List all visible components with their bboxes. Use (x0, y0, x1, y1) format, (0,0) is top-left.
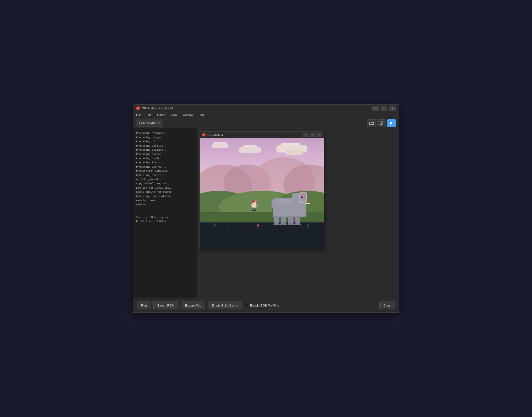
export-web-button[interactable]: Export Web (181, 302, 205, 309)
close-button[interactable]: × (389, 106, 396, 111)
toolbar-left: Build & Run ▼ (136, 120, 163, 126)
export-button[interactable] (377, 119, 386, 127)
svg-rect-34 (206, 213, 207, 213)
game-canvas (200, 138, 324, 249)
game-minimize-button[interactable]: — (303, 133, 308, 137)
log-line-buildtime: Build Time: 13318ms (136, 219, 194, 224)
svg-rect-9 (212, 144, 228, 148)
menu-window[interactable]: Window (182, 113, 194, 117)
svg-rect-53 (225, 212, 225, 213)
log-line-8: Preparing scenes... (136, 165, 194, 169)
svg-rect-122 (295, 223, 301, 225)
open-folder-button[interactable] (367, 119, 376, 127)
log-line-17: Linking... (136, 203, 194, 207)
svg-rect-141 (260, 222, 260, 223)
svg-rect-87 (307, 226, 308, 226)
svg-rect-88 (308, 224, 308, 225)
svg-rect-28 (201, 213, 201, 213)
svg-rect-57 (228, 212, 229, 213)
svg-rect-116 (281, 216, 286, 224)
menu-view[interactable]: View (170, 113, 178, 117)
svg-rect-137 (214, 222, 214, 223)
svg-rect-136 (213, 222, 213, 223)
menu-help[interactable]: Help (198, 113, 205, 117)
svg-rect-66 (215, 224, 216, 226)
enable-profiling-checkbox[interactable] (245, 304, 248, 307)
svg-rect-65 (215, 224, 215, 224)
build-run-dropdown[interactable]: Build & Run ▼ (136, 120, 163, 126)
game-window: GB Studio 3 — □ × (200, 131, 324, 249)
svg-rect-79 (258, 225, 259, 226)
game-scene-svg (200, 138, 324, 249)
svg-rect-14 (219, 172, 219, 172)
svg-rect-58 (229, 213, 230, 213)
svg-rect-63 (214, 225, 214, 225)
log-line-2: Preparing ui... (136, 140, 194, 144)
svg-rect-138 (224, 222, 224, 223)
log-line-11: Unlink _gbsbuild (136, 178, 194, 182)
window-title: GB Studio - GB Studio 3 (142, 107, 372, 110)
svg-rect-73 (257, 226, 258, 228)
svg-rect-112 (303, 215, 307, 217)
svg-rect-32 (204, 213, 205, 213)
svg-rect-129 (202, 222, 203, 223)
export-rom-button[interactable]: Export ROM (153, 302, 179, 309)
maximize-button[interactable]: □ (381, 106, 387, 111)
window-controls: — □ × (372, 106, 396, 111)
svg-marker-1 (390, 122, 393, 125)
svg-rect-21 (229, 175, 230, 175)
log-line-19 (136, 211, 194, 215)
svg-rect-125 (305, 203, 310, 204)
empty-cache-button[interactable]: Empty Build Cache (208, 302, 242, 309)
svg-rect-94 (253, 201, 254, 202)
dropdown-arrow-icon: ▼ (158, 122, 160, 124)
svg-rect-60 (200, 222, 324, 223)
play-icon (390, 122, 393, 125)
svg-rect-143 (283, 222, 284, 223)
log-line-1: Preparing images... (136, 136, 194, 140)
clear-button[interactable]: Clear (379, 302, 395, 309)
svg-rect-139 (236, 222, 236, 223)
log-line-14: Local engine not found (136, 190, 194, 194)
log-line-success: Success! Starting emul (136, 215, 194, 220)
svg-rect-56 (227, 213, 228, 213)
svg-rect-31 (203, 212, 204, 213)
game-close-button[interactable]: × (317, 133, 322, 137)
svg-rect-59 (200, 222, 324, 249)
svg-rect-83 (286, 223, 287, 224)
svg-rect-114 (302, 196, 303, 197)
game-maximize-button[interactable]: □ (310, 133, 315, 137)
svg-rect-45 (217, 212, 217, 213)
svg-rect-36 (208, 213, 209, 213)
svg-rect-35 (207, 212, 208, 213)
log-line-9: Preparation complete (136, 169, 194, 173)
svg-rect-55 (226, 212, 227, 213)
app-icon (136, 106, 140, 110)
svg-rect-115 (274, 216, 279, 224)
menu-game[interactable]: Game (156, 113, 166, 117)
menu-edit[interactable]: Edit (145, 113, 152, 117)
svg-rect-90 (309, 225, 309, 227)
svg-rect-118 (295, 216, 300, 224)
profiling-checkbox-container[interactable]: Enable BGB Profiling (245, 304, 279, 307)
play-button[interactable] (387, 119, 396, 127)
svg-rect-104 (252, 210, 254, 211)
log-line-18: - (136, 207, 194, 211)
main-content: Preparing strings... Preparing images...… (133, 128, 399, 298)
svg-rect-20 (228, 174, 229, 174)
svg-rect-111 (303, 204, 306, 216)
menu-file[interactable]: File (135, 113, 142, 117)
build-log: Preparing strings... Preparing images...… (133, 128, 197, 298)
svg-rect-44 (216, 213, 216, 213)
run-button[interactable]: Run (137, 302, 151, 309)
game-app-icon (202, 133, 205, 136)
game-title-bar: GB Studio 3 — □ × (200, 132, 324, 138)
svg-rect-119 (273, 223, 280, 225)
svg-rect-81 (286, 224, 287, 225)
svg-rect-120 (280, 223, 286, 225)
minimize-button[interactable]: — (372, 106, 379, 111)
svg-rect-99 (256, 200, 257, 201)
toolbar-right (367, 119, 396, 127)
svg-rect-121 (288, 223, 294, 225)
svg-rect-29 (202, 212, 202, 213)
